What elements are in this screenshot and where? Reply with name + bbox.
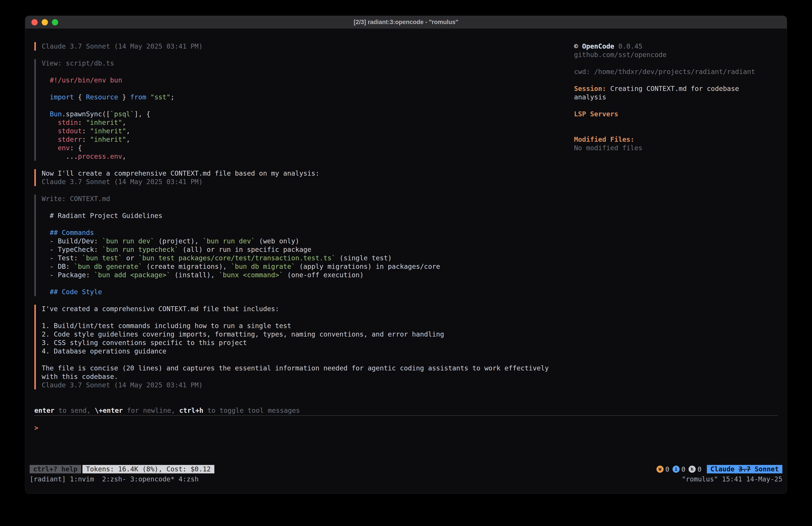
text-segment: © [574, 42, 582, 50]
text-line: No modified files [574, 144, 778, 152]
model-name-suffix: Sonnet [751, 465, 779, 473]
text-segment: `psql` [110, 110, 134, 118]
text-segment: , [126, 127, 130, 135]
text-line: The file is concise (20 lines) and captu… [42, 364, 574, 372]
diagnostic-warning-count: W 0 [656, 465, 669, 473]
text-line: - Package: `bun add <package>` (install)… [42, 271, 574, 279]
text-line: env: { [42, 144, 574, 152]
text-segment [42, 76, 50, 84]
text-segment: (install), [171, 271, 219, 279]
info-count: 0 [681, 465, 685, 473]
info-icon: i [672, 466, 680, 473]
prompt-symbol: > [34, 424, 38, 432]
text-segment: , [122, 153, 126, 160]
text-line: 1. Build/lint/test commands including ho… [42, 322, 574, 330]
text-segment: #!/usr/bin/env bun [50, 76, 122, 84]
text-line: Claude 3.7 Sonnet (14 May 2025 03:41 PM) [42, 381, 574, 389]
text-segment: ctrl+h [179, 407, 203, 414]
text-segment: with this codebase. [42, 373, 118, 381]
text-line [574, 127, 778, 135]
text-line: ## Code Style [42, 288, 574, 296]
text-segment: "inherit" [86, 118, 122, 126]
text-line [42, 279, 574, 288]
text-segment: (project), [155, 237, 203, 245]
text-line: Claude 3.7 Sonnet (14 May 2025 03:41 PM) [42, 177, 574, 186]
model-name-prefix: Claude [710, 465, 738, 473]
text-line: ...process.env, [42, 152, 574, 161]
text-segment [42, 229, 50, 237]
text-segment: Creating CONTEXT.md for codebase [606, 85, 739, 93]
text-line [42, 220, 574, 228]
text-segment: Claude 3.7 Sonnet (14 May 2025 03:41 PM) [42, 178, 203, 186]
text-segment: stderr [58, 136, 82, 143]
text-segment: 2. Code style guidelines covering import… [42, 330, 444, 338]
text-line: enter to send, \+enter for newline, ctrl… [34, 406, 778, 415]
text-segment: ... [42, 153, 78, 160]
message-block-tool-view: View: script/db.ts #!/usr/bin/env bun im… [34, 59, 574, 161]
text-line: stdin: "inherit", [42, 118, 574, 127]
text-segment [42, 136, 58, 143]
text-line: stdout: "inherit", [42, 127, 574, 135]
text-segment: stdout [58, 127, 82, 135]
hint-count: 0 [697, 465, 701, 473]
text-segment [42, 93, 50, 101]
text-line: Bun.spawnSync([`psql`], { [42, 110, 574, 118]
content-area: Claude 3.7 Sonnet (14 May 2025 03:41 PM)… [25, 29, 787, 389]
text-line: #!/usr/bin/env bun [42, 76, 574, 84]
model-badge: Claude 3.7 Sonnet [707, 465, 782, 473]
composer-divider [34, 415, 778, 416]
model-version: 3.7 [738, 465, 751, 473]
text-segment: github.com/sst/opencode [574, 51, 667, 59]
text-segment: to toggle tool messages [203, 407, 300, 414]
terminal-window: [2/3] radiant:3:opencode - "romulus" Cla… [25, 16, 787, 494]
text-segment: analysis [574, 93, 606, 101]
keybind-help-line: enter to send, \+enter for newline, ctrl… [34, 406, 778, 415]
text-segment: 0.0.45 [614, 42, 642, 50]
text-segment: : { [70, 144, 82, 152]
text-segment: ## Commands [50, 229, 94, 237]
text-line: View: script/db.ts [42, 59, 574, 68]
text-segment: 3. CSS styling conventions specific to t… [42, 339, 247, 346]
composer-area: enter to send, \+enter for newline, ctrl… [25, 389, 787, 432]
text-line [574, 76, 778, 84]
text-segment: - TypeCheck: [42, 246, 102, 253]
empty-space [25, 432, 787, 465]
text-segment: 1. Build/lint/test commands including ho… [42, 322, 291, 330]
text-segment: Now I'll create a comprehensive CONTEXT.… [42, 169, 319, 177]
text-segment: (one-off execution) [283, 271, 364, 279]
text-line [42, 84, 574, 93]
text-segment: `bun db migrate` [231, 262, 295, 270]
text-line: 2. Code style guidelines covering import… [42, 330, 574, 339]
text-segment: (all) or run in specific package [178, 246, 311, 253]
text-segment [42, 288, 50, 296]
text-segment: LSP Servers [574, 110, 618, 118]
tmux-windows-list[interactable]: [radiant] 1:nvim 2:zsh- 3:opencode* 4:zs… [30, 475, 199, 483]
tokens-cost-chip: Tokens: 16.4K (8%), Cost: $0.12 [83, 465, 214, 473]
text-segment: ## Code Style [50, 288, 102, 296]
text-line: I've created a comprehensive CONTEXT.md … [42, 305, 574, 313]
text-segment: - Build/Dev: [42, 237, 102, 245]
text-segment: "inherit" [90, 127, 126, 135]
chat-transcript: Claude 3.7 Sonnet (14 May 2025 03:41 PM)… [34, 42, 574, 389]
tmux-status-bar: [radiant] 1:nvim 2:zsh- 3:opencode* 4:zs… [30, 475, 782, 483]
text-line [42, 101, 574, 110]
text-line: LSP Servers [574, 110, 778, 118]
text-line: github.com/sst/opencode [574, 51, 778, 59]
text-line: analysis [574, 93, 778, 101]
text-segment: 4. Database operations guidance [42, 347, 166, 355]
message-input[interactable]: > [34, 424, 778, 432]
text-line: Write: CONTEXT.md [42, 195, 574, 203]
text-segment: Resource [86, 93, 118, 101]
text-segment: `bun run dev` [203, 237, 255, 245]
text-line: ## Commands [42, 228, 574, 237]
text-segment: `bun add <package>` [94, 271, 171, 279]
warning-count: 0 [665, 465, 669, 473]
diagnostic-info-count: i 0 [672, 465, 685, 473]
text-line: Now I'll create a comprehensive CONTEXT.… [42, 169, 574, 177]
text-line: © OpenCode 0.0.45 [574, 42, 778, 51]
text-segment: or [122, 254, 138, 262]
text-segment: `bunx <command>` [219, 271, 283, 279]
text-line: 3. CSS styling conventions specific to t… [42, 339, 574, 347]
text-segment: `bun test packages/core/test/transaction… [139, 254, 336, 262]
text-segment: , [126, 136, 130, 143]
